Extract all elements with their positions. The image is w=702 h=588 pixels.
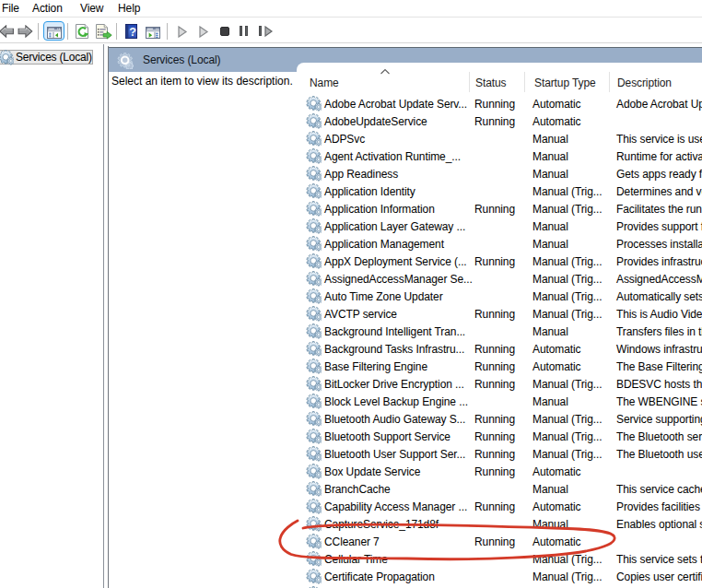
svg-text:?: ?	[129, 26, 136, 39]
